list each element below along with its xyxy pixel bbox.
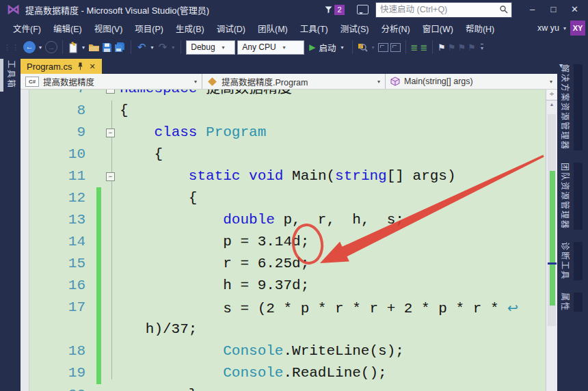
menu-item[interactable]: 文件(F) (7, 20, 47, 37)
navigate-back-caret-icon[interactable]: ▾ (39, 44, 42, 51)
breakpoint-margin[interactable] (21, 90, 29, 100)
menu-item[interactable]: 生成(B) (170, 20, 211, 37)
code-line[interactable]: 10 { (21, 144, 546, 165)
undo-button[interactable]: ↶ (136, 40, 148, 54)
menu-item[interactable]: 团队(M) (252, 20, 294, 37)
code-text: Console.ReadLine(); (120, 362, 387, 384)
sidebar-tab-toolbox[interactable]: 工具箱 (6, 60, 18, 89)
toggle-bookmark-button[interactable]: ⚑ (438, 42, 446, 53)
save-all-button[interactable] (114, 42, 126, 53)
document-tab-program-cs[interactable]: Program.cs ✕ (21, 59, 102, 74)
redo-caret-icon[interactable]: ▾ (172, 44, 174, 51)
solution-configuration-dropdown[interactable]: Debug▾ (186, 40, 235, 55)
code-line[interactable]: 19 Console.ReadLine(); (21, 362, 546, 384)
code-line[interactable]: 7−namespace 提高数据精度 (21, 90, 546, 100)
redo-button[interactable]: ↷ (157, 40, 169, 54)
next-bookmark-button[interactable]: ⚑ (458, 42, 466, 53)
solution-platform-dropdown[interactable]: Any CPU▾ (237, 40, 304, 55)
increase-indent-button[interactable]: ≣ (420, 42, 427, 53)
notifications-funnel-icon[interactable] (325, 6, 332, 14)
menu-item[interactable]: 项目(P) (129, 20, 170, 37)
side-tab[interactable]: 解决方案资源管理器 (560, 64, 588, 150)
decrease-indent-button[interactable]: ≣ (411, 42, 418, 53)
menu-item[interactable]: 编辑(E) (47, 20, 88, 37)
find-caret-icon[interactable]: ▾ (371, 44, 374, 51)
clear-bookmarks-button[interactable]: ⚑ (468, 42, 476, 53)
code-line[interactable]: 15 r = 6.25d; (21, 253, 546, 275)
code-line[interactable]: 14 p = 3.14d; (21, 231, 546, 253)
splitter-handle[interactable]: ÷ (546, 90, 557, 100)
menu-item[interactable]: 工具(T) (294, 20, 334, 37)
code-line[interactable]: 18 Console.WriteLine(s); (21, 340, 546, 362)
previous-bookmark-button[interactable]: ⚑ (448, 42, 456, 53)
menu-item[interactable]: 视图(V) (88, 20, 129, 37)
undo-caret-icon[interactable]: ▾ (151, 44, 154, 51)
code-line[interactable]: 12 { (21, 187, 546, 209)
menu-item[interactable]: 调试(D) (211, 20, 252, 37)
account-avatar[interactable]: XY (570, 21, 585, 36)
collapse-box-icon[interactable]: − (106, 90, 115, 94)
code-line[interactable]: 20 } (21, 384, 546, 391)
menu-item[interactable]: 分析(N) (375, 20, 416, 37)
navigate-backward-stack-icon[interactable] (378, 43, 388, 52)
breakpoint-margin[interactable] (21, 297, 29, 319)
breakpoint-margin[interactable] (21, 187, 29, 209)
new-file-caret-icon[interactable]: ▾ (82, 44, 85, 51)
start-debugging-button[interactable]: ▶ 启动 ▾ (306, 41, 347, 54)
account-area[interactable]: xw yu ▾ XY (537, 21, 585, 36)
tab-list-chevron-icon[interactable]: ▾ (559, 62, 563, 69)
breakpoint-margin[interactable] (21, 319, 29, 340)
toolbar-overflow-button[interactable]: ▾ (481, 44, 483, 51)
collapse-box-icon[interactable]: − (106, 172, 115, 181)
menu-item[interactable]: 窗口(W) (416, 20, 459, 37)
minimize-button[interactable]: – (522, 1, 543, 18)
collapse-box-icon[interactable]: − (106, 129, 115, 137)
navigate-forward-button[interactable]: → (45, 41, 57, 53)
scroll-up-arrow[interactable]: ▲ (546, 100, 557, 109)
breakpoint-margin[interactable] (21, 231, 29, 253)
code-line[interactable]: 16 h = 9.37d; (21, 275, 546, 297)
code-line[interactable]: 17 s = (2 * p * r * r + 2 * p * r * ↩ (21, 297, 546, 319)
breakpoint-margin[interactable] (21, 384, 29, 391)
maximize-button[interactable]: □ (543, 1, 564, 18)
navigate-back-button[interactable]: ← (23, 41, 36, 53)
breakpoint-margin[interactable] (21, 209, 29, 231)
breakpoint-margin[interactable] (21, 165, 29, 187)
breakpoint-margin[interactable] (21, 122, 29, 144)
toolbar-grip[interactable]: ⋮⋮ (3, 43, 20, 52)
member-dropdown[interactable]: Main(string[] args) ▾ (386, 74, 557, 89)
breakpoint-margin[interactable] (21, 144, 29, 165)
type-dropdown[interactable]: 提高数据精度.Program ▾ (202, 74, 386, 89)
feedback-icon[interactable] (357, 5, 369, 14)
breakpoint-margin[interactable] (21, 253, 29, 275)
code-line[interactable]: 9− class Program (21, 122, 546, 144)
code-line[interactable]: 13 double p, r, h, s; (21, 209, 546, 231)
account-name[interactable]: xw yu (537, 23, 559, 33)
code-line[interactable]: 8{ (21, 100, 546, 122)
project-dropdown[interactable]: C# 提高数据精度 ▾ (21, 74, 202, 89)
breakpoint-margin[interactable] (21, 340, 29, 362)
quick-launch-input[interactable] (376, 5, 499, 14)
vertical-scrollbar[interactable]: ÷ ▲ (546, 90, 557, 391)
side-tab[interactable]: 诊断工具 (560, 242, 588, 280)
breakpoint-margin[interactable] (21, 362, 29, 384)
quick-launch-search[interactable] (375, 2, 512, 18)
save-button[interactable] (102, 42, 112, 53)
code-editor[interactable]: 7−namespace 提高数据精度8{9− class Program10 {… (21, 90, 546, 391)
find-in-files-button[interactable] (358, 42, 368, 53)
menu-item[interactable]: 帮助(H) (459, 20, 500, 37)
close-tab-icon[interactable]: ✕ (89, 59, 95, 74)
open-file-button[interactable] (88, 42, 100, 52)
code-line[interactable]: h)/37; (21, 319, 546, 340)
new-file-button[interactable] (68, 42, 79, 53)
side-tab[interactable]: 属性 (560, 293, 588, 312)
close-button[interactable]: ✕ (564, 1, 585, 18)
breakpoint-margin[interactable] (21, 100, 29, 122)
side-tab[interactable]: 团队资源管理器 (560, 163, 588, 230)
pin-icon[interactable] (77, 62, 83, 70)
menu-item[interactable]: 测试(S) (334, 20, 375, 37)
navigate-forward-stack-icon[interactable] (390, 43, 401, 52)
code-line[interactable]: 11− static void Main(string[] args) (21, 165, 546, 187)
breakpoint-margin[interactable] (21, 275, 29, 297)
notification-count-badge[interactable]: 2 (334, 5, 345, 15)
